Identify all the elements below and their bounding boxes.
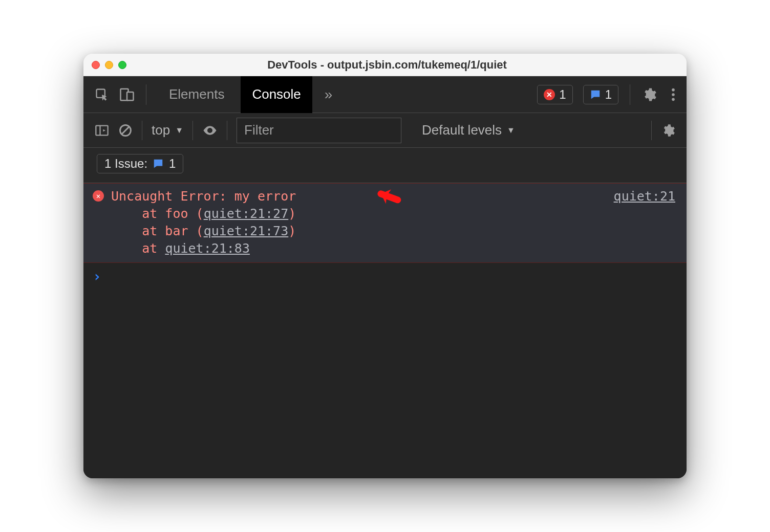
kebab-menu-icon[interactable]	[671, 87, 675, 102]
issues-chip[interactable]: 1 Issue: 1	[97, 154, 183, 173]
filter-placeholder: Filter	[244, 122, 274, 138]
devtools-tabbar: Elements Console » ✕ 1 1	[83, 76, 687, 113]
svg-rect-6	[96, 125, 108, 135]
issue-count: 1	[169, 157, 176, 171]
close-traffic-light[interactable]	[92, 61, 100, 69]
zoom-traffic-light[interactable]	[118, 61, 126, 69]
issue-label: 1 Issue:	[104, 157, 147, 171]
more-tabs-chevron-icon[interactable]: »	[317, 86, 340, 103]
error-stack: Uncaught Error: my error at foo (quiet:2…	[111, 188, 296, 257]
stack-frame-link[interactable]: quiet:21:73	[204, 224, 289, 238]
message-icon	[153, 158, 164, 169]
stack-frame-link[interactable]: quiet:21:27	[204, 206, 289, 221]
inspect-element-icon[interactable]	[95, 87, 109, 102]
console-sidebar-toggle-icon[interactable]	[95, 123, 109, 138]
tab-console[interactable]: Console	[241, 76, 312, 113]
console-settings-gear-icon[interactable]	[661, 123, 675, 138]
stack-frame-link[interactable]: quiet:21:83	[165, 241, 250, 256]
svg-line-9	[122, 127, 129, 134]
chevron-down-icon: ▼	[175, 126, 183, 135]
minimize-traffic-light[interactable]	[105, 61, 113, 69]
svg-point-3	[672, 88, 675, 91]
svg-point-5	[672, 98, 675, 101]
log-levels-selector[interactable]: Default levels ▼	[422, 122, 515, 138]
devtools-window: DevTools - output.jsbin.com/tukemeq/1/qu…	[83, 54, 687, 478]
error-count-badge[interactable]: ✕ 1	[537, 85, 572, 104]
error-count: 1	[559, 87, 566, 102]
console-prompt-chevron-icon[interactable]: ›	[83, 263, 687, 290]
error-circle-icon: ✕	[544, 89, 555, 100]
message-icon	[590, 89, 601, 100]
console-toolbar: top ▼ Filter Default levels ▼	[83, 113, 687, 148]
svg-rect-2	[127, 92, 134, 100]
context-label: top	[152, 122, 170, 138]
mac-titlebar: DevTools - output.jsbin.com/tukemeq/1/qu…	[83, 54, 687, 76]
clear-console-icon[interactable]	[118, 123, 133, 138]
annotation-arrow-icon	[370, 179, 406, 214]
error-source-link[interactable]: quiet:21	[614, 188, 675, 205]
svg-point-4	[672, 93, 675, 96]
context-selector[interactable]: top ▼	[152, 122, 183, 138]
filter-input[interactable]: Filter	[237, 118, 401, 143]
console-body: ✕ Uncaught Error: my error at foo (quiet…	[83, 183, 687, 478]
issues-row: 1 Issue: 1	[83, 148, 687, 183]
console-error-entry: ✕ Uncaught Error: my error at foo (quiet…	[83, 183, 687, 263]
tab-elements[interactable]: Elements	[158, 76, 236, 113]
issues-messages-badge[interactable]: 1	[583, 85, 618, 104]
window-title: DevTools - output.jsbin.com/tukemeq/1/qu…	[126, 58, 648, 72]
settings-gear-icon[interactable]	[641, 87, 657, 102]
levels-label: Default levels	[422, 122, 502, 138]
live-expression-eye-icon[interactable]	[202, 123, 218, 138]
error-icon: ✕	[93, 190, 104, 202]
chevron-down-icon: ▼	[507, 126, 515, 135]
messages-count: 1	[605, 87, 612, 102]
device-toggle-icon[interactable]	[119, 87, 135, 102]
